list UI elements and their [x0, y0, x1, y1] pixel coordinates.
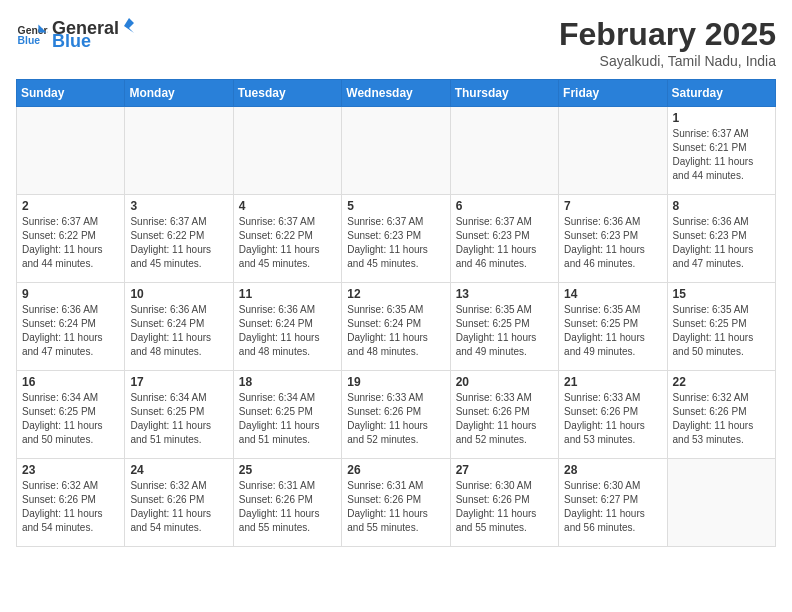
day-info: Sunrise: 6:34 AM Sunset: 6:25 PM Dayligh… — [239, 391, 336, 447]
day-cell: 21Sunrise: 6:33 AM Sunset: 6:26 PM Dayli… — [559, 371, 667, 459]
day-number: 18 — [239, 375, 336, 389]
day-info: Sunrise: 6:34 AM Sunset: 6:25 PM Dayligh… — [22, 391, 119, 447]
day-cell — [667, 459, 775, 547]
day-number: 28 — [564, 463, 661, 477]
week-row-1: 1Sunrise: 6:37 AM Sunset: 6:21 PM Daylig… — [17, 107, 776, 195]
weekday-header-sunday: Sunday — [17, 80, 125, 107]
svg-text:Blue: Blue — [18, 35, 41, 46]
day-cell: 26Sunrise: 6:31 AM Sunset: 6:26 PM Dayli… — [342, 459, 450, 547]
day-info: Sunrise: 6:33 AM Sunset: 6:26 PM Dayligh… — [456, 391, 553, 447]
day-number: 5 — [347, 199, 444, 213]
day-info: Sunrise: 6:37 AM Sunset: 6:23 PM Dayligh… — [347, 215, 444, 271]
day-number: 22 — [673, 375, 770, 389]
weekday-header-thursday: Thursday — [450, 80, 558, 107]
day-info: Sunrise: 6:37 AM Sunset: 6:22 PM Dayligh… — [130, 215, 227, 271]
day-number: 10 — [130, 287, 227, 301]
logo-flag-icon — [120, 16, 138, 34]
day-info: Sunrise: 6:33 AM Sunset: 6:26 PM Dayligh… — [347, 391, 444, 447]
day-info: Sunrise: 6:37 AM Sunset: 6:21 PM Dayligh… — [673, 127, 770, 183]
day-cell: 22Sunrise: 6:32 AM Sunset: 6:26 PM Dayli… — [667, 371, 775, 459]
day-cell: 6Sunrise: 6:37 AM Sunset: 6:23 PM Daylig… — [450, 195, 558, 283]
day-info: Sunrise: 6:32 AM Sunset: 6:26 PM Dayligh… — [130, 479, 227, 535]
day-info: Sunrise: 6:37 AM Sunset: 6:22 PM Dayligh… — [22, 215, 119, 271]
day-info: Sunrise: 6:37 AM Sunset: 6:22 PM Dayligh… — [239, 215, 336, 271]
weekday-header-row: SundayMondayTuesdayWednesdayThursdayFrid… — [17, 80, 776, 107]
day-cell: 11Sunrise: 6:36 AM Sunset: 6:24 PM Dayli… — [233, 283, 341, 371]
day-info: Sunrise: 6:30 AM Sunset: 6:26 PM Dayligh… — [456, 479, 553, 535]
calendar-table: SundayMondayTuesdayWednesdayThursdayFrid… — [16, 79, 776, 547]
day-number: 14 — [564, 287, 661, 301]
day-number: 24 — [130, 463, 227, 477]
day-info: Sunrise: 6:37 AM Sunset: 6:23 PM Dayligh… — [456, 215, 553, 271]
day-cell: 23Sunrise: 6:32 AM Sunset: 6:26 PM Dayli… — [17, 459, 125, 547]
title-area: February 2025 Sayalkudi, Tamil Nadu, Ind… — [559, 16, 776, 69]
day-info: Sunrise: 6:35 AM Sunset: 6:25 PM Dayligh… — [564, 303, 661, 359]
logo-icon: General Blue — [16, 18, 48, 50]
day-info: Sunrise: 6:31 AM Sunset: 6:26 PM Dayligh… — [239, 479, 336, 535]
calendar-subtitle: Sayalkudi, Tamil Nadu, India — [559, 53, 776, 69]
day-cell: 10Sunrise: 6:36 AM Sunset: 6:24 PM Dayli… — [125, 283, 233, 371]
day-number: 16 — [22, 375, 119, 389]
day-cell: 28Sunrise: 6:30 AM Sunset: 6:27 PM Dayli… — [559, 459, 667, 547]
day-cell: 2Sunrise: 6:37 AM Sunset: 6:22 PM Daylig… — [17, 195, 125, 283]
weekday-header-friday: Friday — [559, 80, 667, 107]
day-cell: 4Sunrise: 6:37 AM Sunset: 6:22 PM Daylig… — [233, 195, 341, 283]
day-cell: 18Sunrise: 6:34 AM Sunset: 6:25 PM Dayli… — [233, 371, 341, 459]
day-number: 21 — [564, 375, 661, 389]
week-row-3: 9Sunrise: 6:36 AM Sunset: 6:24 PM Daylig… — [17, 283, 776, 371]
day-number: 19 — [347, 375, 444, 389]
logo: General Blue General Blue — [16, 16, 139, 52]
day-cell: 25Sunrise: 6:31 AM Sunset: 6:26 PM Dayli… — [233, 459, 341, 547]
day-cell: 16Sunrise: 6:34 AM Sunset: 6:25 PM Dayli… — [17, 371, 125, 459]
day-cell: 17Sunrise: 6:34 AM Sunset: 6:25 PM Dayli… — [125, 371, 233, 459]
day-info: Sunrise: 6:36 AM Sunset: 6:24 PM Dayligh… — [22, 303, 119, 359]
day-info: Sunrise: 6:32 AM Sunset: 6:26 PM Dayligh… — [22, 479, 119, 535]
day-info: Sunrise: 6:36 AM Sunset: 6:23 PM Dayligh… — [673, 215, 770, 271]
day-info: Sunrise: 6:34 AM Sunset: 6:25 PM Dayligh… — [130, 391, 227, 447]
day-info: Sunrise: 6:30 AM Sunset: 6:27 PM Dayligh… — [564, 479, 661, 535]
day-cell: 13Sunrise: 6:35 AM Sunset: 6:25 PM Dayli… — [450, 283, 558, 371]
day-number: 17 — [130, 375, 227, 389]
day-cell: 20Sunrise: 6:33 AM Sunset: 6:26 PM Dayli… — [450, 371, 558, 459]
day-info: Sunrise: 6:36 AM Sunset: 6:24 PM Dayligh… — [239, 303, 336, 359]
day-cell: 5Sunrise: 6:37 AM Sunset: 6:23 PM Daylig… — [342, 195, 450, 283]
day-number: 9 — [22, 287, 119, 301]
day-number: 6 — [456, 199, 553, 213]
day-info: Sunrise: 6:32 AM Sunset: 6:26 PM Dayligh… — [673, 391, 770, 447]
day-cell: 15Sunrise: 6:35 AM Sunset: 6:25 PM Dayli… — [667, 283, 775, 371]
day-cell: 7Sunrise: 6:36 AM Sunset: 6:23 PM Daylig… — [559, 195, 667, 283]
day-number: 25 — [239, 463, 336, 477]
day-number: 2 — [22, 199, 119, 213]
day-number: 1 — [673, 111, 770, 125]
day-number: 3 — [130, 199, 227, 213]
day-cell: 14Sunrise: 6:35 AM Sunset: 6:25 PM Dayli… — [559, 283, 667, 371]
day-number: 26 — [347, 463, 444, 477]
day-number: 7 — [564, 199, 661, 213]
day-cell — [450, 107, 558, 195]
page-header: General Blue General Blue February 2025 … — [16, 16, 776, 69]
svg-marker-3 — [124, 18, 134, 33]
weekday-header-monday: Monday — [125, 80, 233, 107]
day-cell: 8Sunrise: 6:36 AM Sunset: 6:23 PM Daylig… — [667, 195, 775, 283]
day-cell: 19Sunrise: 6:33 AM Sunset: 6:26 PM Dayli… — [342, 371, 450, 459]
day-cell — [125, 107, 233, 195]
day-info: Sunrise: 6:36 AM Sunset: 6:23 PM Dayligh… — [564, 215, 661, 271]
weekday-header-wednesday: Wednesday — [342, 80, 450, 107]
weekday-header-tuesday: Tuesday — [233, 80, 341, 107]
day-number: 8 — [673, 199, 770, 213]
day-info: Sunrise: 6:31 AM Sunset: 6:26 PM Dayligh… — [347, 479, 444, 535]
day-cell: 24Sunrise: 6:32 AM Sunset: 6:26 PM Dayli… — [125, 459, 233, 547]
day-info: Sunrise: 6:35 AM Sunset: 6:24 PM Dayligh… — [347, 303, 444, 359]
day-cell: 3Sunrise: 6:37 AM Sunset: 6:22 PM Daylig… — [125, 195, 233, 283]
day-cell: 27Sunrise: 6:30 AM Sunset: 6:26 PM Dayli… — [450, 459, 558, 547]
day-info: Sunrise: 6:36 AM Sunset: 6:24 PM Dayligh… — [130, 303, 227, 359]
day-info: Sunrise: 6:35 AM Sunset: 6:25 PM Dayligh… — [673, 303, 770, 359]
day-info: Sunrise: 6:35 AM Sunset: 6:25 PM Dayligh… — [456, 303, 553, 359]
day-cell — [559, 107, 667, 195]
day-number: 11 — [239, 287, 336, 301]
week-row-2: 2Sunrise: 6:37 AM Sunset: 6:22 PM Daylig… — [17, 195, 776, 283]
day-number: 13 — [456, 287, 553, 301]
day-number: 4 — [239, 199, 336, 213]
day-cell: 12Sunrise: 6:35 AM Sunset: 6:24 PM Dayli… — [342, 283, 450, 371]
day-cell: 9Sunrise: 6:36 AM Sunset: 6:24 PM Daylig… — [17, 283, 125, 371]
